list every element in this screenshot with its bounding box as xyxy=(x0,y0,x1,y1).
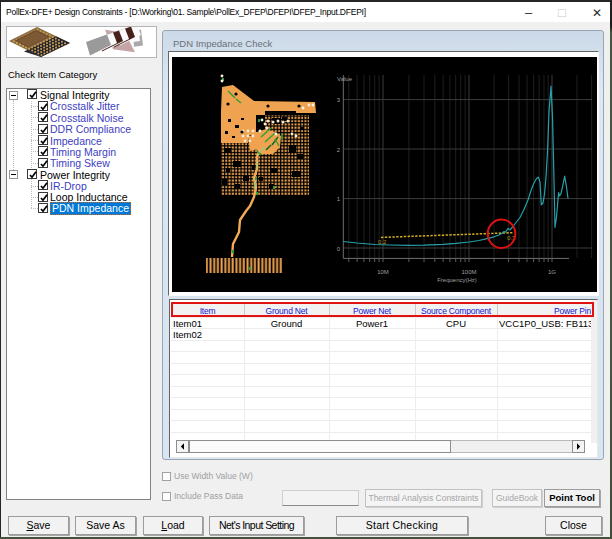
svg-text:Frequency(Hz): Frequency(Hz) xyxy=(437,277,477,283)
svg-text:Value: Value xyxy=(337,76,353,82)
svg-text:100M: 100M xyxy=(461,269,476,275)
svg-text:1G: 1G xyxy=(548,269,556,275)
svg-text:10M: 10M xyxy=(377,269,389,275)
